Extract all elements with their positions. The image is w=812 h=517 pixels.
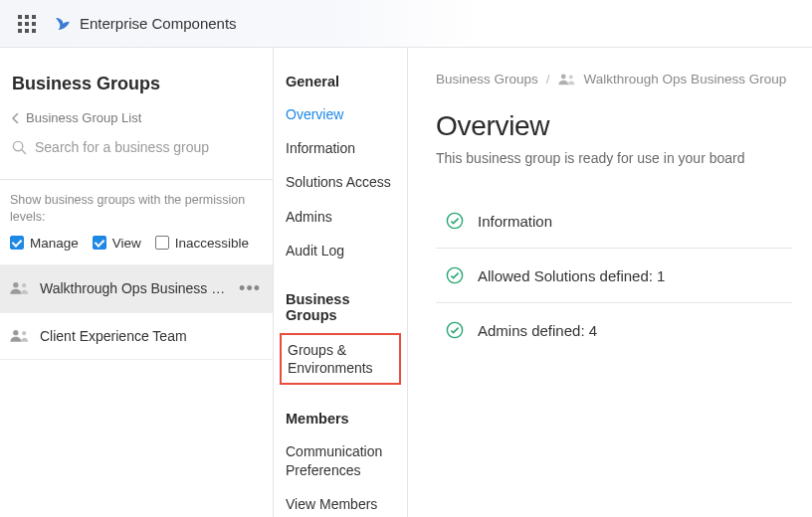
nav-section-heading: Members <box>274 405 407 434</box>
people-icon <box>558 73 576 86</box>
search-icon <box>12 140 27 155</box>
filter-manage-checkbox[interactable]: Manage <box>10 236 79 251</box>
svg-point-5 <box>22 331 26 335</box>
brand-bird-icon <box>54 15 72 33</box>
group-label: Client Experience Team <box>40 328 263 344</box>
checkbox-icon <box>93 236 106 250</box>
business-group-item[interactable]: Client Experience Team <box>0 312 273 360</box>
filter-inaccessible-checkbox[interactable]: Inaccessible <box>155 236 249 251</box>
breadcrumb: Business Groups / Walkthrough Ops Busine… <box>436 72 792 86</box>
svg-point-2 <box>13 282 18 287</box>
checkbox-icon <box>155 236 169 250</box>
app-header: Enterprise Components <box>0 0 812 48</box>
breadcrumb-separator: / <box>546 72 550 86</box>
filter-label: View <box>112 236 141 251</box>
nav-audit-log[interactable]: Audit Log <box>274 234 407 267</box>
group-label: Walkthrough Ops Business … <box>40 280 237 296</box>
search-placeholder: Search for a business group <box>35 139 209 155</box>
summary-row-information[interactable]: Information <box>436 194 792 249</box>
svg-point-3 <box>22 283 26 287</box>
back-link-label: Business Group List <box>26 110 141 125</box>
breadcrumb-root[interactable]: Business Groups <box>436 72 538 86</box>
nav-information[interactable]: Information <box>274 131 407 165</box>
svg-point-8 <box>447 213 462 228</box>
business-group-item[interactable]: Walkthrough Ops Business … ••• <box>0 264 273 312</box>
filter-label: Inaccessible <box>175 236 249 251</box>
brand-title: Enterprise Components <box>80 15 237 32</box>
nav-view-members[interactable]: View Members <box>274 487 407 517</box>
main-content: Business Groups / Walkthrough Ops Busine… <box>408 48 812 517</box>
breadcrumb-current: Walkthrough Ops Business Group <box>584 72 787 86</box>
people-icon <box>10 328 30 344</box>
check-circle-icon <box>446 321 464 339</box>
business-group-list: Walkthrough Ops Business … ••• Client Ex… <box>0 264 273 360</box>
page-title: Overview <box>436 110 792 142</box>
chevron-left-icon <box>12 113 20 123</box>
back-to-list-link[interactable]: Business Group List <box>12 110 263 125</box>
nav-solutions-access[interactable]: Solutions Access <box>274 165 407 199</box>
search-input[interactable]: Search for a business group <box>12 139 263 155</box>
summary-row-label: Allowed Solutions defined: 1 <box>478 267 665 284</box>
svg-point-4 <box>13 330 18 335</box>
business-groups-sidebar: Business Groups Business Group List Sear… <box>0 48 274 517</box>
nav-admins[interactable]: Admins <box>274 200 407 234</box>
summary-row-label: Information <box>478 213 552 230</box>
check-circle-icon <box>446 266 464 284</box>
svg-point-6 <box>560 74 565 79</box>
summary-row-label: Admins defined: 4 <box>478 322 597 339</box>
filter-label: Manage <box>30 236 79 251</box>
more-actions-icon[interactable]: ••• <box>237 278 263 299</box>
filter-description: Show business groups with the permission… <box>10 192 263 226</box>
svg-point-10 <box>447 322 462 337</box>
summary-row-admins[interactable]: Admins defined: 4 <box>436 303 792 357</box>
sidebar-title: Business Groups <box>12 74 263 94</box>
nav-section-heading: Business Groups <box>274 285 407 331</box>
summary-row-solutions[interactable]: Allowed Solutions defined: 1 <box>436 249 792 303</box>
detail-nav: General Overview Information Solutions A… <box>274 48 408 517</box>
filter-view-checkbox[interactable]: View <box>93 236 141 251</box>
svg-line-1 <box>22 149 26 153</box>
check-circle-icon <box>446 212 464 230</box>
nav-overview[interactable]: Overview <box>274 97 407 131</box>
checkbox-icon <box>10 236 24 250</box>
nav-groups-environments[interactable]: Groups & Environments <box>280 333 401 385</box>
svg-point-7 <box>568 75 572 79</box>
svg-point-9 <box>447 267 462 282</box>
page-subtext: This business group is ready for use in … <box>436 150 792 166</box>
people-icon <box>10 280 30 296</box>
nav-section-heading: General <box>274 68 407 97</box>
svg-point-0 <box>13 141 22 150</box>
nav-comm-prefs[interactable]: Communication Preferences <box>274 434 407 486</box>
apps-menu-icon[interactable] <box>18 15 36 33</box>
